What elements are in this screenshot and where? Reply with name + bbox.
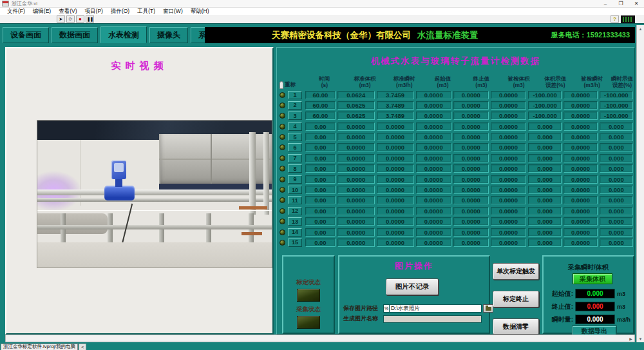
row-number[interactable]: 2	[288, 101, 302, 110]
row-number[interactable]: 6	[288, 143, 302, 151]
titlebar: 浙江金华.vi – ❐ ✕	[0, 0, 644, 8]
save-path-input[interactable]	[389, 304, 482, 313]
help-icon[interactable]: ?	[611, 15, 619, 23]
row-number[interactable]: 7	[288, 154, 302, 162]
data-clear-button[interactable]: 数据清零	[493, 318, 539, 335]
image-skip-button[interactable]: 图片不记录	[386, 278, 439, 295]
column-header: 体积示值 误差(%)	[538, 75, 573, 89]
table-cell: 0.0000	[416, 91, 451, 99]
row-number[interactable]: 4	[288, 122, 302, 131]
table-cell: -100.000	[528, 112, 562, 120]
field-value-display: 0.000	[575, 302, 615, 311]
row-number[interactable]: 15	[288, 238, 302, 247]
menu-item[interactable]: 查看(V)	[55, 8, 80, 15]
scroll-up-icon[interactable]: ▲	[637, 25, 644, 32]
horizontal-scrollbar[interactable]: ▶	[5, 335, 635, 342]
table-cell: 0.000	[528, 186, 562, 194]
table-cell: 0.0000	[416, 122, 451, 131]
table-cell: 0.0000	[491, 112, 526, 120]
table-cell: 0.00	[305, 154, 336, 162]
table-cell: 0.0000	[564, 186, 597, 194]
vertical-scrollbar[interactable]: ▲ ▼	[636, 25, 644, 342]
row-number[interactable]: 12	[288, 207, 302, 215]
row-number[interactable]: 3	[288, 112, 302, 120]
image-name-input[interactable]	[383, 315, 482, 323]
table-row: 11 0.000.00000.00000.00000.00000.00000.0…	[279, 196, 633, 205]
table-row: 6 0.000.00000.00000.00000.00000.00000.00…	[279, 143, 633, 152]
table-cell: 0.0000	[416, 186, 451, 194]
field-unit: m3/h	[617, 316, 630, 323]
row-number[interactable]: 9	[288, 175, 302, 184]
collect-volume-button[interactable]: 采集体积	[573, 273, 612, 284]
menu-item[interactable]: 编辑(E)	[29, 8, 55, 15]
table-cell: 0.0000	[337, 217, 375, 226]
scroll-down-icon[interactable]: ▼	[637, 335, 644, 342]
row-number[interactable]: 5	[288, 133, 302, 141]
table-cell: 0.0000	[453, 133, 489, 141]
maximize-button[interactable]: ❐	[613, 0, 629, 8]
table-cell: 60.00	[305, 101, 336, 110]
tab[interactable]: 设备画面	[3, 27, 49, 43]
single-calibration-trigger-button[interactable]: 单次标定触发	[493, 263, 539, 280]
table-row: 3 60.000.06253.74890.00000.00000.0000-10…	[279, 112, 633, 121]
row-cells: 0.000.00000.00000.00000.00000.00000.0000…	[305, 207, 633, 215]
window-title: 浙江金华.vi	[12, 0, 37, 7]
scroll-right-icon[interactable]: ▶	[627, 335, 634, 342]
row-cells: 0.000.00000.00000.00000.00000.00000.0000…	[305, 133, 633, 141]
table-row: 4 0.000.00000.00000.00000.00000.00000.00…	[279, 122, 633, 131]
table-cell: 0.0625	[337, 112, 375, 120]
table-cell: -100.000	[528, 101, 562, 110]
row-led-indicator	[279, 155, 285, 161]
minimize-button[interactable]: –	[598, 0, 613, 8]
row-number[interactable]: 8	[288, 164, 302, 173]
column-header: 标准体积 (m3)	[346, 75, 384, 89]
column-header: 起始值 (m3)	[424, 75, 461, 89]
table-cell: 0.00	[305, 196, 336, 204]
table-body: 1 60.000.06243.74590.00000.00000.0000-10…	[279, 90, 633, 247]
row-number[interactable]: 14	[288, 228, 302, 237]
run-continuous-icon[interactable]: ⟳	[66, 15, 75, 23]
table-cell: 0.00	[305, 186, 336, 194]
tab[interactable]: 数据画面	[52, 27, 98, 43]
row-number[interactable]: 11	[288, 196, 302, 204]
table-cell: 0.0000	[491, 133, 526, 141]
menu-item[interactable]: 帮助(H)	[187, 8, 213, 15]
tab[interactable]: 水表检测	[100, 26, 147, 43]
table-cell: 0.0000	[377, 133, 414, 141]
collect-panel-title: 采集瞬时/体积	[544, 263, 633, 272]
table-cell: 0.0000	[416, 217, 451, 226]
table-cell: 0.0000	[564, 122, 597, 131]
pause-icon[interactable]: ❚❚	[86, 15, 94, 23]
table-cell: 0.0000	[453, 228, 489, 237]
menu-item[interactable]: 工具(T)	[133, 8, 159, 15]
menu-item[interactable]: 窗口(W)	[159, 8, 187, 15]
labview-logo-icon	[621, 15, 635, 23]
abort-icon[interactable]: ●	[76, 15, 84, 23]
run-icon[interactable]: ➤	[57, 15, 65, 23]
window-controls: – ❐ ✕	[598, 0, 644, 8]
menu-item[interactable]: 操作(O)	[107, 8, 133, 15]
tab[interactable]: 摄像头	[149, 27, 188, 43]
table-cell: 0.000	[528, 217, 562, 226]
table-cell: 3.7459	[377, 91, 414, 99]
project-tab[interactable]: 浙江金华标定软件.lvproj/我的电脑	[1, 344, 78, 350]
table-cell: 0.000	[528, 196, 562, 204]
row-cells: 0.000.00000.00000.00000.00000.00000.0000…	[305, 175, 633, 184]
table-cell: 0.000	[600, 154, 633, 162]
field-value-display: 0.000	[575, 315, 615, 324]
close-button[interactable]: ✕	[629, 0, 644, 8]
row-number[interactable]: 13	[288, 217, 302, 226]
table-cell: 0.0000	[564, 207, 597, 215]
calibration-stop-button[interactable]: 标定终止	[493, 291, 539, 307]
menu-item[interactable]: 文件(F)	[3, 8, 29, 15]
row-number[interactable]: 1	[288, 91, 302, 99]
table-cell: 3.7489	[377, 112, 414, 120]
tab-nav-left[interactable]: <	[79, 344, 86, 350]
table-cell: -100.000	[528, 91, 562, 99]
table-cell: 0.0000	[564, 91, 597, 99]
field-label: 瞬时量:	[546, 315, 573, 324]
row-cells: 0.000.00000.00000.00000.00000.00000.0000…	[305, 154, 633, 162]
menu-item[interactable]: 项目(P)	[81, 8, 107, 15]
row-number[interactable]: 10	[288, 186, 302, 194]
table-cell: 0.00	[305, 238, 336, 247]
